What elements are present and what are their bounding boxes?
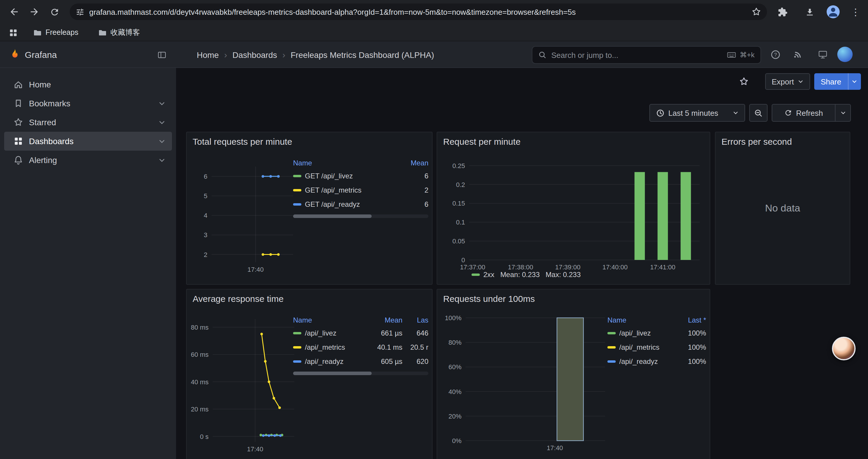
legend-row: /api/_metrics 100% (608, 340, 706, 355)
browser-menu-icon[interactable]: ⋮ (847, 4, 864, 20)
bookmark-icon (13, 99, 23, 108)
user-avatar[interactable] (837, 47, 852, 62)
time-range-picker[interactable]: Last 5 minutes (649, 104, 745, 122)
chevron-down-icon[interactable] (158, 118, 166, 126)
zoom-out-button[interactable] (749, 104, 768, 122)
svg-text:4: 4 (204, 212, 208, 219)
chevron-down-icon[interactable] (158, 156, 166, 164)
legend-header-name[interactable]: Name (608, 316, 674, 324)
svg-text:0.05: 0.05 (452, 237, 465, 245)
bookmark-blog[interactable]: 收藏博客 (93, 25, 145, 40)
legend-scrollbar[interactable] (293, 371, 428, 375)
svg-text:0%: 0% (452, 437, 462, 445)
search-placeholder: Search or jump to... (551, 51, 722, 59)
sidebar-item-alerting[interactable]: Alerting (4, 151, 172, 169)
svg-text:17:40: 17:40 (247, 446, 263, 453)
sidebar-item-dashboards[interactable]: Dashboards (4, 132, 172, 151)
sidebar-item-starred[interactable]: Starred (4, 113, 172, 132)
legend-header-mean[interactable]: Mean (400, 159, 428, 167)
series-swatch (293, 360, 301, 363)
series-swatch (608, 360, 616, 363)
panel-requests-under-100ms: Requests under 100ms 100%80%60%40%20%0%1… (437, 289, 710, 459)
keyboard-icon (727, 50, 736, 60)
forward-button[interactable] (26, 4, 42, 20)
chevron-down-icon[interactable] (158, 99, 166, 107)
caret-down-icon (851, 78, 857, 85)
svg-text:40%: 40% (448, 388, 462, 395)
home-icon (13, 80, 23, 89)
bell-icon (13, 155, 23, 165)
legend-header-last[interactable]: Last * (674, 316, 706, 324)
legend-header-name[interactable]: Name (293, 316, 363, 324)
legend-row: /api/_metrics 40.1 ms 20.5 r (293, 340, 428, 355)
series-swatch (471, 273, 480, 276)
legend-header-name[interactable]: Name (293, 159, 400, 167)
export-button[interactable]: Export (765, 73, 810, 90)
scrollbar-thumb[interactable] (293, 215, 372, 218)
breadcrumb-current: Freeleaps Metrics Dashboard (ALPHA) (291, 50, 434, 59)
legend-header-mean[interactable]: Mean (363, 316, 402, 324)
favorite-star-icon[interactable] (736, 73, 752, 90)
downloads-icon[interactable] (801, 4, 818, 20)
series-swatch (293, 332, 301, 334)
extensions-icon[interactable] (774, 4, 790, 20)
series-swatch (293, 346, 301, 349)
legend-scrollbar[interactable] (293, 215, 428, 218)
folder-icon (98, 28, 107, 37)
share-caret-button[interactable] (848, 73, 861, 90)
series-swatch (608, 332, 616, 334)
chevron-down-icon[interactable] (158, 137, 166, 145)
panel-total-requests: Total requests per minute 6543217:40 Nam… (186, 132, 433, 285)
site-info-icon[interactable] (75, 7, 85, 16)
url-bar[interactable]: grafana.mathmast.com/d/deytv4rwavabkb/fr… (70, 4, 767, 20)
grafana-topnav: Grafana Home › Dashboards › Freeleaps Me… (0, 41, 868, 68)
svg-text:100%: 100% (445, 314, 462, 322)
svg-text:20%: 20% (448, 413, 462, 420)
panel-title[interactable]: Request per minute (443, 136, 521, 146)
panel-title[interactable]: Average response time (193, 294, 284, 304)
caret-down-icon (797, 78, 803, 85)
refresh-button[interactable]: Refresh (772, 104, 836, 122)
breadcrumb-dashboards[interactable]: Dashboards (232, 50, 277, 59)
share-button[interactable]: Share (814, 73, 848, 90)
refresh-interval-caret[interactable] (836, 104, 851, 122)
svg-text:17:40: 17:40 (248, 266, 264, 273)
zoom-out-icon (754, 108, 763, 117)
sidebar-item-home[interactable]: Home (4, 75, 172, 94)
legend-table: Name Mean Las /api/_livez 661 µs 646 /ap… (293, 314, 428, 375)
bookmark-star-icon[interactable] (752, 7, 761, 17)
apps-grid-icon[interactable] (5, 24, 21, 41)
panel-title[interactable]: Total requests per minute (193, 136, 292, 146)
assistant-avatar[interactable] (832, 337, 856, 360)
news-rss-icon[interactable] (789, 46, 806, 63)
bookmarks-bar: Freeleaps 收藏博客 (0, 24, 868, 41)
legend-item-2xx[interactable]: 2xx (471, 270, 494, 279)
bookmark-freeleaps[interactable]: Freeleaps (28, 25, 83, 40)
sidebar-item-bookmarks[interactable]: Bookmarks (4, 94, 172, 113)
svg-text:0.25: 0.25 (452, 162, 465, 169)
svg-text:0.1: 0.1 (456, 219, 465, 226)
profile-avatar[interactable] (825, 4, 841, 20)
legend-table: Name Mean GET /api/_livez 6 GET /api/_me… (293, 157, 428, 218)
reload-button[interactable] (46, 4, 63, 20)
grafana-logo[interactable] (8, 48, 21, 61)
legend-row: /api/_readyz 605 µs 620 (293, 355, 428, 369)
legend-row: GET /api/_livez 6 (293, 169, 428, 183)
series-swatch (293, 189, 301, 191)
panel-title[interactable]: Requests under 100ms (443, 294, 535, 304)
legend-row: /api/_livez 661 µs 646 (293, 326, 428, 340)
scrollbar-thumb[interactable] (293, 371, 372, 375)
breadcrumb-home[interactable]: Home (197, 50, 219, 59)
folder-icon (33, 28, 42, 37)
monitor-icon[interactable] (814, 46, 831, 63)
svg-text:0.2: 0.2 (456, 181, 465, 189)
dock-menu-icon[interactable] (154, 47, 170, 63)
legend-header-last[interactable]: Las (402, 316, 428, 324)
back-button[interactable] (6, 4, 23, 20)
svg-text:60 ms: 60 ms (191, 351, 209, 358)
help-icon[interactable]: ? (767, 46, 783, 63)
legend-max: Max: 0.233 (546, 270, 581, 279)
series-swatch (608, 346, 616, 349)
search-input[interactable]: Search or jump to... ⌘+k (532, 46, 761, 64)
svg-text:2: 2 (204, 251, 208, 258)
